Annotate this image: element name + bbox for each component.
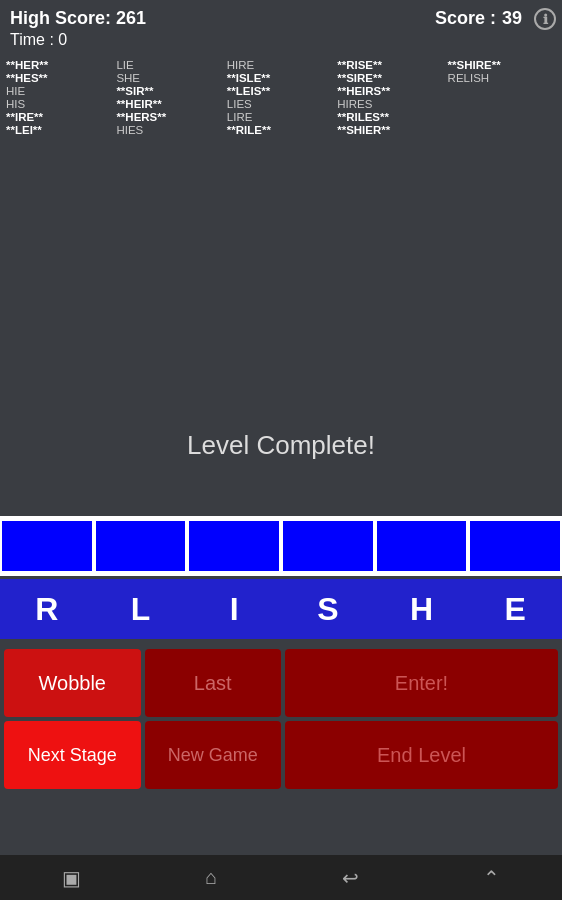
- word-cell: **IRE**: [6, 111, 114, 123]
- letter-e[interactable]: E: [468, 579, 562, 639]
- level-complete-text: Level Complete!: [187, 430, 375, 460]
- word-cell: [448, 85, 556, 97]
- word-cell: LIE: [116, 59, 224, 71]
- word-cell: **SHIER**: [337, 124, 445, 136]
- enter-button[interactable]: Enter!: [285, 649, 558, 717]
- up-icon[interactable]: ⌃: [483, 866, 500, 890]
- word-cell: **HES**: [6, 72, 114, 84]
- word-cell: HIRE: [227, 59, 335, 71]
- word-cell: [448, 124, 556, 136]
- btn-row2: Next Stage New Game End Level: [4, 721, 558, 789]
- word-cell: **LEI**: [6, 124, 114, 136]
- time-label: Time :: [10, 31, 54, 48]
- info-icon[interactable]: ℹ: [534, 8, 556, 30]
- word-cell: HIRES: [337, 98, 445, 110]
- next-stage-button[interactable]: Next Stage: [4, 721, 141, 789]
- tile-2: [94, 519, 188, 573]
- tile-5: [375, 519, 469, 573]
- letter-s[interactable]: S: [281, 579, 375, 639]
- letters-row: RLISHE: [0, 579, 562, 639]
- word-cell: RELISH: [448, 72, 556, 84]
- score-label: Score :: [435, 8, 496, 29]
- new-game-button[interactable]: New Game: [145, 721, 282, 789]
- top-bar: High Score: 261 Time : 0 Score : 39 ℹ: [0, 0, 562, 53]
- end-level-button[interactable]: End Level: [285, 721, 558, 789]
- btn-row1: Wobble Last Enter!: [4, 649, 558, 717]
- word-cell: **RISE**: [337, 59, 445, 71]
- score-area: Score : 39: [435, 8, 522, 29]
- tile-1: [0, 519, 94, 573]
- word-cell: **ISLE**: [227, 72, 335, 84]
- letter-l[interactable]: L: [94, 579, 188, 639]
- word-cell: **RILES**: [337, 111, 445, 123]
- tile-4: [281, 519, 375, 573]
- word-cell: HIE: [6, 85, 114, 97]
- word-cell: **SIR**: [116, 85, 224, 97]
- nav-bar: ▣ ⌂ ↩ ⌃: [0, 855, 562, 900]
- words-grid: **HER**LIEHIRE**RISE****SHIRE****HES**SH…: [0, 55, 562, 140]
- wobble-button[interactable]: Wobble: [4, 649, 141, 717]
- word-cell: LIRE: [227, 111, 335, 123]
- last-button[interactable]: Last: [145, 649, 282, 717]
- word-cell: **SHIRE**: [448, 59, 556, 71]
- tiles-row: [0, 516, 562, 576]
- word-cell: **HERS**: [116, 111, 224, 123]
- word-cell: HIES: [116, 124, 224, 136]
- word-cell: [448, 98, 556, 110]
- time-line: Time : 0: [10, 31, 552, 49]
- recents-icon[interactable]: ▣: [62, 866, 81, 890]
- word-cell: SHE: [116, 72, 224, 84]
- word-cell: **SIRE**: [337, 72, 445, 84]
- home-icon[interactable]: ⌂: [205, 866, 217, 889]
- letter-h[interactable]: H: [375, 579, 469, 639]
- word-cell: [448, 111, 556, 123]
- word-cell: **HER**: [6, 59, 114, 71]
- word-cell: **LEIS**: [227, 85, 335, 97]
- letter-i[interactable]: I: [187, 579, 281, 639]
- word-cell: HIS: [6, 98, 114, 110]
- back-icon[interactable]: ↩: [342, 866, 359, 890]
- high-score-label: High Score:: [10, 8, 111, 28]
- buttons-area: Wobble Last Enter! Next Stage New Game E…: [0, 645, 562, 793]
- word-cell: **RILE**: [227, 124, 335, 136]
- word-cell: LIES: [227, 98, 335, 110]
- word-cell: **HEIRS**: [337, 85, 445, 97]
- word-cell: **HEIR**: [116, 98, 224, 110]
- tile-6: [468, 519, 562, 573]
- tile-3: [187, 519, 281, 573]
- time-value: 0: [58, 31, 67, 48]
- letter-r[interactable]: R: [0, 579, 94, 639]
- high-score-value: 261: [116, 8, 146, 28]
- score-value: 39: [502, 8, 522, 29]
- level-complete-area: Level Complete!: [0, 430, 562, 461]
